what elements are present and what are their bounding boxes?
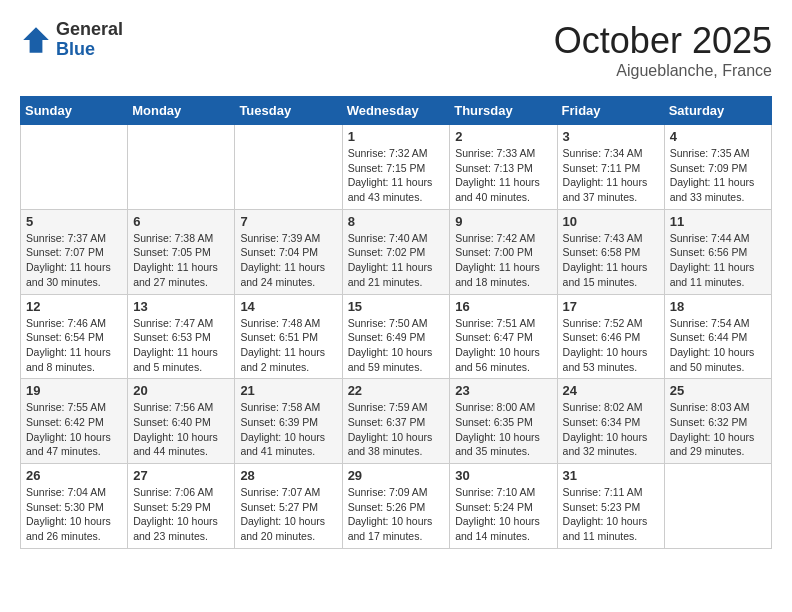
day-number: 1 (348, 129, 445, 144)
calendar-cell: 4Sunrise: 7:35 AM Sunset: 7:09 PM Daylig… (664, 125, 771, 210)
day-info: Sunrise: 7:46 AM Sunset: 6:54 PM Dayligh… (26, 316, 122, 375)
calendar-cell: 17Sunrise: 7:52 AM Sunset: 6:46 PM Dayli… (557, 294, 664, 379)
day-number: 9 (455, 214, 551, 229)
calendar-week-4: 19Sunrise: 7:55 AM Sunset: 6:42 PM Dayli… (21, 379, 772, 464)
calendar-week-3: 12Sunrise: 7:46 AM Sunset: 6:54 PM Dayli… (21, 294, 772, 379)
day-info: Sunrise: 7:34 AM Sunset: 7:11 PM Dayligh… (563, 146, 659, 205)
day-info: Sunrise: 8:00 AM Sunset: 6:35 PM Dayligh… (455, 400, 551, 459)
month-title: October 2025 (554, 20, 772, 62)
day-number: 7 (240, 214, 336, 229)
day-info: Sunrise: 7:04 AM Sunset: 5:30 PM Dayligh… (26, 485, 122, 544)
calendar-cell: 31Sunrise: 7:11 AM Sunset: 5:23 PM Dayli… (557, 464, 664, 549)
weekday-header-sunday: Sunday (21, 97, 128, 125)
day-number: 15 (348, 299, 445, 314)
calendar-cell: 29Sunrise: 7:09 AM Sunset: 5:26 PM Dayli… (342, 464, 450, 549)
day-info: Sunrise: 7:56 AM Sunset: 6:40 PM Dayligh… (133, 400, 229, 459)
day-number: 16 (455, 299, 551, 314)
day-info: Sunrise: 7:50 AM Sunset: 6:49 PM Dayligh… (348, 316, 445, 375)
calendar-cell: 26Sunrise: 7:04 AM Sunset: 5:30 PM Dayli… (21, 464, 128, 549)
weekday-header-thursday: Thursday (450, 97, 557, 125)
calendar-cell (128, 125, 235, 210)
day-info: Sunrise: 7:11 AM Sunset: 5:23 PM Dayligh… (563, 485, 659, 544)
day-info: Sunrise: 7:42 AM Sunset: 7:00 PM Dayligh… (455, 231, 551, 290)
day-number: 22 (348, 383, 445, 398)
calendar-cell: 15Sunrise: 7:50 AM Sunset: 6:49 PM Dayli… (342, 294, 450, 379)
calendar-cell: 13Sunrise: 7:47 AM Sunset: 6:53 PM Dayli… (128, 294, 235, 379)
day-number: 4 (670, 129, 766, 144)
day-number: 14 (240, 299, 336, 314)
calendar-cell: 10Sunrise: 7:43 AM Sunset: 6:58 PM Dayli… (557, 209, 664, 294)
day-info: Sunrise: 7:54 AM Sunset: 6:44 PM Dayligh… (670, 316, 766, 375)
weekday-header-wednesday: Wednesday (342, 97, 450, 125)
day-number: 25 (670, 383, 766, 398)
calendar-week-2: 5Sunrise: 7:37 AM Sunset: 7:07 PM Daylig… (21, 209, 772, 294)
day-info: Sunrise: 7:39 AM Sunset: 7:04 PM Dayligh… (240, 231, 336, 290)
title-block: October 2025 Aigueblanche, France (554, 20, 772, 80)
day-info: Sunrise: 7:40 AM Sunset: 7:02 PM Dayligh… (348, 231, 445, 290)
day-info: Sunrise: 7:32 AM Sunset: 7:15 PM Dayligh… (348, 146, 445, 205)
calendar-week-5: 26Sunrise: 7:04 AM Sunset: 5:30 PM Dayli… (21, 464, 772, 549)
day-number: 27 (133, 468, 229, 483)
day-info: Sunrise: 7:37 AM Sunset: 7:07 PM Dayligh… (26, 231, 122, 290)
day-info: Sunrise: 7:47 AM Sunset: 6:53 PM Dayligh… (133, 316, 229, 375)
day-number: 18 (670, 299, 766, 314)
day-number: 6 (133, 214, 229, 229)
day-number: 3 (563, 129, 659, 144)
page-header: General Blue October 2025 Aigueblanche, … (20, 20, 772, 80)
day-info: Sunrise: 7:48 AM Sunset: 6:51 PM Dayligh… (240, 316, 336, 375)
calendar-cell: 25Sunrise: 8:03 AM Sunset: 6:32 PM Dayli… (664, 379, 771, 464)
day-info: Sunrise: 7:10 AM Sunset: 5:24 PM Dayligh… (455, 485, 551, 544)
day-number: 24 (563, 383, 659, 398)
day-info: Sunrise: 7:43 AM Sunset: 6:58 PM Dayligh… (563, 231, 659, 290)
day-number: 29 (348, 468, 445, 483)
day-info: Sunrise: 7:52 AM Sunset: 6:46 PM Dayligh… (563, 316, 659, 375)
svg-marker-0 (23, 27, 49, 53)
logo-text: General Blue (56, 20, 123, 60)
calendar-cell: 9Sunrise: 7:42 AM Sunset: 7:00 PM Daylig… (450, 209, 557, 294)
calendar-cell: 16Sunrise: 7:51 AM Sunset: 6:47 PM Dayli… (450, 294, 557, 379)
logo-icon (20, 24, 52, 56)
calendar-cell: 11Sunrise: 7:44 AM Sunset: 6:56 PM Dayli… (664, 209, 771, 294)
day-number: 21 (240, 383, 336, 398)
day-number: 30 (455, 468, 551, 483)
day-number: 23 (455, 383, 551, 398)
day-number: 20 (133, 383, 229, 398)
day-number: 19 (26, 383, 122, 398)
day-info: Sunrise: 7:58 AM Sunset: 6:39 PM Dayligh… (240, 400, 336, 459)
calendar-table: SundayMondayTuesdayWednesdayThursdayFrid… (20, 96, 772, 549)
location-title: Aigueblanche, France (554, 62, 772, 80)
calendar-cell: 8Sunrise: 7:40 AM Sunset: 7:02 PM Daylig… (342, 209, 450, 294)
day-info: Sunrise: 7:35 AM Sunset: 7:09 PM Dayligh… (670, 146, 766, 205)
weekday-header-tuesday: Tuesday (235, 97, 342, 125)
calendar-cell: 2Sunrise: 7:33 AM Sunset: 7:13 PM Daylig… (450, 125, 557, 210)
calendar-cell: 24Sunrise: 8:02 AM Sunset: 6:34 PM Dayli… (557, 379, 664, 464)
day-number: 31 (563, 468, 659, 483)
weekday-header-friday: Friday (557, 97, 664, 125)
day-info: Sunrise: 7:59 AM Sunset: 6:37 PM Dayligh… (348, 400, 445, 459)
calendar-cell (664, 464, 771, 549)
calendar-cell: 20Sunrise: 7:56 AM Sunset: 6:40 PM Dayli… (128, 379, 235, 464)
weekday-header-monday: Monday (128, 97, 235, 125)
calendar-cell (21, 125, 128, 210)
calendar-cell: 22Sunrise: 7:59 AM Sunset: 6:37 PM Dayli… (342, 379, 450, 464)
day-number: 5 (26, 214, 122, 229)
day-info: Sunrise: 7:38 AM Sunset: 7:05 PM Dayligh… (133, 231, 229, 290)
calendar-cell: 5Sunrise: 7:37 AM Sunset: 7:07 PM Daylig… (21, 209, 128, 294)
calendar-cell: 14Sunrise: 7:48 AM Sunset: 6:51 PM Dayli… (235, 294, 342, 379)
day-number: 10 (563, 214, 659, 229)
day-number: 12 (26, 299, 122, 314)
calendar-cell: 27Sunrise: 7:06 AM Sunset: 5:29 PM Dayli… (128, 464, 235, 549)
calendar-cell: 30Sunrise: 7:10 AM Sunset: 5:24 PM Dayli… (450, 464, 557, 549)
calendar-cell: 19Sunrise: 7:55 AM Sunset: 6:42 PM Dayli… (21, 379, 128, 464)
day-number: 2 (455, 129, 551, 144)
day-info: Sunrise: 7:33 AM Sunset: 7:13 PM Dayligh… (455, 146, 551, 205)
weekday-header-saturday: Saturday (664, 97, 771, 125)
calendar-cell: 28Sunrise: 7:07 AM Sunset: 5:27 PM Dayli… (235, 464, 342, 549)
calendar-cell: 18Sunrise: 7:54 AM Sunset: 6:44 PM Dayli… (664, 294, 771, 379)
calendar-cell: 7Sunrise: 7:39 AM Sunset: 7:04 PM Daylig… (235, 209, 342, 294)
calendar-cell: 6Sunrise: 7:38 AM Sunset: 7:05 PM Daylig… (128, 209, 235, 294)
logo-general: General (56, 20, 123, 40)
weekday-header-row: SundayMondayTuesdayWednesdayThursdayFrid… (21, 97, 772, 125)
day-number: 17 (563, 299, 659, 314)
day-info: Sunrise: 8:03 AM Sunset: 6:32 PM Dayligh… (670, 400, 766, 459)
